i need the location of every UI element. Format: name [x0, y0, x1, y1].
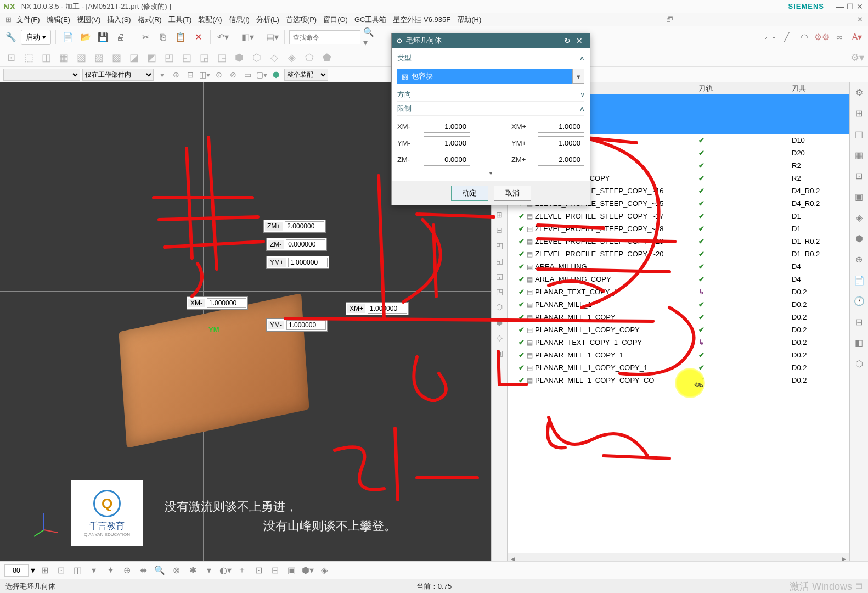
float-input[interactable]	[288, 258, 328, 267]
type-combobox[interactable]: ▧包容块 ▾	[397, 69, 584, 84]
page-icon[interactable]: 📄	[853, 273, 866, 287]
chevron-up-icon[interactable]: ʌ	[580, 104, 584, 113]
ym-minus-input[interactable]	[424, 136, 470, 149]
search-icon[interactable]: 🔍▾	[363, 30, 378, 45]
open-icon[interactable]: 📂	[78, 30, 93, 45]
tool-icon-14[interactable]: ⬢	[232, 50, 247, 65]
dialog-expand-handle[interactable]: ▾	[397, 170, 584, 177]
nav-icon[interactable]: ⊡	[853, 169, 866, 182]
gear-icon[interactable]: ⚙	[853, 86, 866, 99]
menu-window[interactable]: 窗口(O)	[320, 15, 351, 25]
curve-icon[interactable]: ⟋▾	[762, 30, 777, 45]
bt-icon[interactable]: ⊗	[169, 563, 183, 578]
copy-icon[interactable]: ⎘	[155, 30, 171, 45]
tool-icon-5[interactable]: ▧	[74, 50, 89, 65]
float-input[interactable]	[286, 320, 326, 330]
tool-icon-11[interactable]: ◱	[179, 50, 194, 65]
tree-row[interactable]: ✔▤ZLEVEL_PROFILE_STEEP_COPY_~19✔D1_R0.2	[508, 235, 849, 248]
line-icon[interactable]: ╱	[779, 30, 794, 45]
tree-row[interactable]: ✔▤PLANAR_MILL_1_COPY_COPY✔D0.2	[508, 323, 849, 336]
paste-icon[interactable]: 📋	[173, 30, 188, 45]
tool-icon-12[interactable]: ◲	[196, 50, 212, 65]
float-input[interactable]	[207, 298, 246, 308]
tool-icon-r1[interactable]: ⚙▾	[849, 50, 865, 65]
maximize-button[interactable]: ☐	[845, 2, 855, 11]
ok-button[interactable]: 确定	[451, 186, 488, 201]
app-menu-icon[interactable]: ⊞	[3, 15, 13, 24]
float-ym-plus[interactable]: YM+	[266, 256, 329, 269]
child-close-icon[interactable]: ✕	[855, 15, 865, 24]
menu-view[interactable]: 视图(V)	[74, 15, 104, 25]
sel-icon-1[interactable]: ▾	[156, 69, 168, 81]
tree-row[interactable]: ✔▤PLANAR_TEXT_COPY_1_COPY↳D0.2	[508, 336, 849, 349]
tree-row[interactable]: ✔▤PLANAR_MILL_1✔D0.2	[508, 298, 849, 311]
float-input[interactable]	[285, 221, 324, 231]
tree-row[interactable]: ✔▤AREA_MILLING_COPY✔D4	[508, 273, 849, 286]
tree-row[interactable]: ✔▤AREA_MILLING✔D4	[508, 260, 849, 273]
tool-icon-18[interactable]: ⬠	[302, 50, 317, 65]
tool-icon-7[interactable]: ▩	[109, 50, 124, 65]
bt-icon[interactable]: ＋	[235, 563, 249, 578]
cancel-button[interactable]: 取消	[494, 186, 531, 201]
zm-minus-input[interactable]	[424, 153, 470, 166]
dialog-close-icon[interactable]: ✕	[573, 36, 585, 45]
sel-icon-6[interactable]: ⊘	[227, 69, 239, 81]
float-xm-plus[interactable]: XM+	[346, 302, 409, 315]
part-geometry[interactable]	[119, 293, 309, 448]
start-dropdown[interactable]: 启动▾	[21, 30, 51, 45]
sel-icon-9[interactable]: ⬢	[270, 69, 282, 81]
selection-scope[interactable]: 仅在工作部件内	[82, 69, 154, 81]
bt-icon[interactable]: ▣	[284, 563, 298, 578]
section-direction[interactable]: 方向 v	[397, 87, 584, 102]
selection-filter[interactable]	[3, 69, 80, 81]
tool-icon-3[interactable]: ◫	[38, 50, 54, 65]
vb-icon[interactable]: ▣	[493, 347, 505, 359]
blank-geometry-dialog[interactable]: ⚙ 毛坯几何体 ↻ ✕ 类型 ʌ ▧包容块 ▾ 方向 v 限制 ʌ XM- XM…	[391, 33, 590, 205]
tool-icon-4[interactable]: ▦	[56, 50, 71, 65]
new-icon[interactable]: 📄	[60, 30, 76, 45]
nav-icon[interactable]: ◫	[853, 127, 866, 141]
float-xm-minus[interactable]: XM-	[187, 296, 248, 310]
vb-icon[interactable]: ◰	[493, 239, 505, 251]
bt-icon[interactable]: ⊡	[251, 563, 266, 578]
vb-icon[interactable]: ⊟	[493, 224, 505, 236]
dialog-titlebar[interactable]: ⚙ 毛坯几何体 ↻ ✕	[392, 33, 590, 48]
command-search[interactable]	[289, 30, 360, 44]
tree-row[interactable]: ✔▤PLANAR_MILL_1_COPY_1✔D0.2	[508, 349, 849, 361]
nav-icon[interactable]: ⊕	[853, 253, 866, 266]
bt-icon[interactable]: ⬌	[136, 563, 150, 578]
bt-icon[interactable]: ⊕	[120, 563, 134, 578]
section-type[interactable]: 类型 ʌ	[397, 51, 584, 65]
float-zm-minus[interactable]: ZM-	[266, 238, 327, 251]
bt-icon[interactable]: ▾	[202, 563, 216, 578]
tool-icon-1[interactable]: ⊡	[3, 50, 19, 65]
tool-icon-19[interactable]: ⬟	[319, 50, 335, 65]
dialog-reset-icon[interactable]: ↻	[561, 36, 573, 45]
float-ym-minus[interactable]: YM-	[266, 318, 328, 332]
nav-icon[interactable]: ▣	[853, 190, 866, 203]
tool-icon-15[interactable]: ⬡	[249, 50, 264, 65]
bt-icon[interactable]: ⊞	[37, 563, 52, 578]
link-icon[interactable]: ∞	[832, 30, 847, 45]
bt-icon[interactable]: ◈	[317, 563, 331, 578]
vb-icon[interactable]: ◲	[493, 270, 505, 282]
xm-plus-input[interactable]	[538, 120, 584, 133]
tree-row[interactable]: ✔▤ZLEVEL_PROFILE_STEEP_COPY_~18✔D1	[508, 222, 849, 235]
chevron-down-icon[interactable]: v	[581, 90, 585, 98]
float-input[interactable]	[286, 239, 325, 249]
minimize-button[interactable]: —	[835, 2, 845, 11]
menu-info[interactable]: 信息(I)	[226, 15, 253, 25]
chevron-up-icon[interactable]: ʌ	[580, 54, 584, 62]
bt-icon[interactable]: ⊟	[268, 563, 282, 578]
tool-icon-6[interactable]: ▨	[91, 50, 106, 65]
tool-icon-2[interactable]: ⬚	[21, 50, 36, 65]
print-icon[interactable]: 🖨	[113, 30, 128, 45]
menu-file[interactable]: 文件(F)	[13, 15, 43, 25]
restore-down-icon[interactable]: 🗗	[665, 15, 675, 24]
nav-icon[interactable]: ▦	[853, 148, 866, 161]
menu-insert[interactable]: 插入(S)	[104, 15, 134, 25]
float-input[interactable]	[368, 304, 407, 314]
float-zm-plus[interactable]: ZM+	[263, 220, 326, 233]
tree-row[interactable]: ✔▤ZLEVEL_PROFILE_STEEP_COPY_~20✔D1_R0.2	[508, 248, 849, 260]
sel-icon-4[interactable]: ◫▾	[199, 69, 211, 81]
